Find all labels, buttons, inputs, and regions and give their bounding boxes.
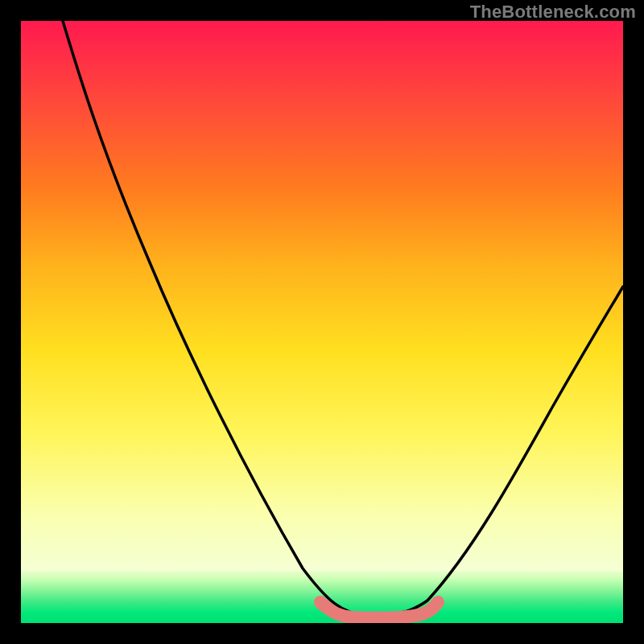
chart-frame: TheBottleneck.com: [0, 0, 644, 644]
chart-svg: [21, 21, 623, 623]
attribution-text: TheBottleneck.com: [470, 2, 636, 23]
bottleneck-curve: [63, 21, 623, 615]
